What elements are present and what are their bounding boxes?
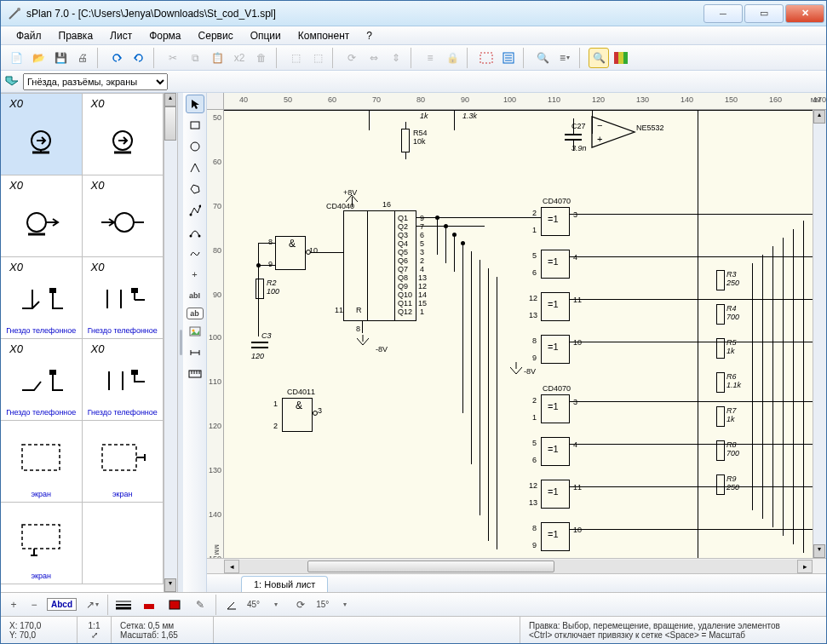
arrow-style-button[interactable]: ↗▾ <box>82 595 102 615</box>
rotate-dropdown[interactable]: ▾ <box>334 595 354 615</box>
align-button[interactable]: ≡ <box>420 48 440 68</box>
svg-text:+: + <box>597 134 602 144</box>
menu-help[interactable]: ? <box>359 28 379 43</box>
canvas-vscrollbar[interactable]: ▴ ▾ <box>813 110 826 558</box>
menu-shape[interactable]: Форма <box>142 28 187 43</box>
fill-color-button[interactable] <box>164 595 185 615</box>
tool-rectangle[interactable] <box>186 116 204 135</box>
tool-text-box[interactable]: ab <box>187 308 204 319</box>
svg-rect-21 <box>131 370 138 375</box>
menu-file[interactable]: Файл <box>9 28 49 43</box>
mirror-v-button[interactable]: ⇕ <box>386 48 406 68</box>
menu-edit[interactable]: Правка <box>52 28 101 43</box>
tool-node[interactable]: + <box>186 265 204 284</box>
status-ratio: 1:1 ⤢ <box>78 617 112 643</box>
svg-rect-49 <box>169 601 180 609</box>
color-highlight-button[interactable] <box>611 48 631 68</box>
undo-button[interactable] <box>106 48 127 68</box>
zoom-button[interactable]: 🔍 <box>589 48 609 68</box>
ungroup-button[interactable]: ⬚ <box>307 48 328 68</box>
save-button[interactable]: 💾 <box>50 48 71 68</box>
menu-service[interactable]: Сервис <box>192 28 240 43</box>
mirror-h-button[interactable]: ⇔ <box>364 48 384 68</box>
lib-item-0[interactable]: X0 <box>1 94 83 175</box>
component-list-button[interactable]: ≡▾ <box>554 48 575 68</box>
paste-button[interactable]: 📋 <box>207 48 227 68</box>
snap-sub-button[interactable]: − <box>26 595 42 615</box>
property-bar: + − Abcd ↗▾ ✎ 45° ▾ ⟳ 15° ▾ <box>1 592 826 616</box>
select-rect-button[interactable] <box>476 48 497 68</box>
tab-sheet-1[interactable]: 1: Новый лист <box>241 576 328 592</box>
rotate-step-button[interactable]: ⟳ <box>290 595 311 615</box>
lib-item-3[interactable]: X0 <box>83 175 164 257</box>
canvas-hscrollbar[interactable]: ◂ ▸ <box>207 558 826 573</box>
svg-rect-23 <box>102 445 136 470</box>
line-color-button[interactable] <box>139 595 159 615</box>
library-category-select[interactable]: Гнёзда, разъёмы, экраны <box>23 73 168 90</box>
menu-component[interactable]: Компонент <box>291 28 357 43</box>
menu-sheet[interactable]: Лист <box>103 28 139 43</box>
menu-options[interactable]: Опции <box>244 28 288 43</box>
status-hint: Правка: Выбор, перемещение, вращение, уд… <box>520 617 826 643</box>
component-library-panel: X0 X0 X0 X0 <box>1 93 178 592</box>
new-button[interactable]: 📄 <box>6 48 26 68</box>
tool-circle[interactable] <box>186 137 204 156</box>
copy-button[interactable]: ⧉ <box>185 48 205 68</box>
angle-45-button[interactable] <box>221 595 242 615</box>
secondary-bar: Гнёзда, разъёмы, экраны <box>1 71 826 93</box>
lib-item-2[interactable]: X0 <box>1 175 83 257</box>
close-button[interactable]: ✕ <box>785 4 824 23</box>
tool-bezier[interactable] <box>186 222 204 241</box>
app-icon <box>8 7 21 20</box>
tool-polygon[interactable] <box>186 180 204 198</box>
lib-item-4[interactable]: X0 Гнездо телефонное <box>1 257 83 339</box>
drawing-canvas[interactable]: R54 10k 1k 1.3k C27 3.9n −+ <box>224 110 813 558</box>
component-grid: X0 X0 X0 X0 <box>1 93 164 592</box>
lib-item-7[interactable]: X0 Гнездо телефонное <box>83 339 164 421</box>
lib-item-8[interactable]: экран <box>1 421 83 503</box>
cut-button[interactable]: ✂ <box>163 48 183 68</box>
lock-button[interactable]: 🔒 <box>442 48 462 68</box>
tool-freehand[interactable] <box>186 244 204 262</box>
lib-item-10[interactable]: экран <box>1 503 83 584</box>
list-button[interactable] <box>498 48 519 68</box>
angle-15-label: 15° <box>316 600 329 609</box>
tool-special-shape[interactable] <box>186 158 204 177</box>
pen-button[interactable]: ✎ <box>190 595 210 615</box>
tool-line[interactable] <box>186 201 204 220</box>
angle-dropdown[interactable]: ▾ <box>265 595 285 615</box>
tool-measure[interactable] <box>186 365 204 383</box>
svg-point-33 <box>189 235 192 238</box>
svg-rect-9 <box>623 52 628 64</box>
vertical-ruler[interactable]: 50 60 70 80 90 100 110 120 130 140 150 1… <box>207 110 224 558</box>
delete-button[interactable]: 🗑 <box>251 48 272 68</box>
lib-item-9[interactable]: экран <box>83 421 164 503</box>
linewidth-button[interactable] <box>113 595 134 615</box>
horizontal-ruler[interactable]: 40 50 60 70 80 90 100 110 120 130 140 15… <box>224 93 826 110</box>
angle-45-label: 45° <box>247 600 260 609</box>
tool-text-label[interactable]: abI <box>186 286 204 305</box>
redo-button[interactable] <box>129 48 149 68</box>
group-button[interactable]: ⬚ <box>285 48 306 68</box>
open-button[interactable]: 📂 <box>28 48 49 68</box>
lib-item-5[interactable]: X0 Гнездо телефонное <box>83 257 164 339</box>
library-scrollbar[interactable]: ▴ ▾ <box>164 93 177 592</box>
tool-image[interactable] <box>186 322 204 341</box>
rotate-button[interactable]: ⟳ <box>342 48 362 68</box>
text-preview[interactable]: Abcd <box>47 598 77 611</box>
duplicate-x2-button[interactable]: x2 <box>229 48 250 68</box>
tool-dimension[interactable] <box>186 343 204 362</box>
tool-select-arrow[interactable] <box>186 95 204 113</box>
find-button[interactable]: 🔍 <box>532 48 553 68</box>
drawing-toolbar: + abI ab <box>183 93 207 592</box>
svg-rect-48 <box>144 604 154 609</box>
snap-add-button[interactable]: + <box>6 595 21 615</box>
svg-rect-7 <box>614 52 618 64</box>
library-icon <box>4 75 20 89</box>
maximize-button[interactable]: ▭ <box>744 4 784 23</box>
lib-item-11[interactable] <box>83 503 164 584</box>
minimize-button[interactable]: ─ <box>704 4 743 23</box>
print-button[interactable]: 🖨 <box>72 48 93 68</box>
lib-item-6[interactable]: X0 Гнездо телефонное <box>1 339 83 421</box>
lib-item-1[interactable]: X0 <box>83 94 164 175</box>
